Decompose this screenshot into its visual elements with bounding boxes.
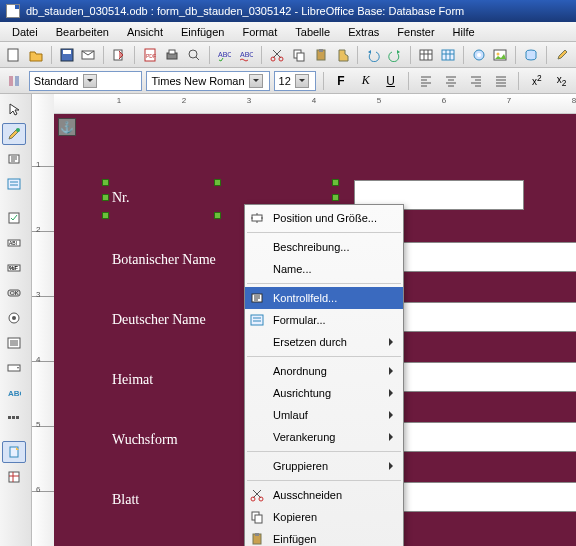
wizards-tool[interactable] bbox=[2, 441, 26, 463]
selection-handle[interactable] bbox=[332, 179, 339, 186]
label-heimat[interactable]: Heimat bbox=[112, 372, 153, 388]
menu-hilfe[interactable]: Hilfe bbox=[445, 24, 483, 40]
ctx-umlauf[interactable]: Umlauf bbox=[245, 404, 403, 426]
toolbar-sep bbox=[323, 72, 324, 90]
selection-handle[interactable] bbox=[214, 212, 221, 219]
save-button[interactable] bbox=[57, 44, 77, 66]
standard-toolbar: PDF ABC ABC bbox=[0, 42, 576, 68]
italic-button[interactable]: K bbox=[355, 70, 376, 92]
menu-format[interactable]: Format bbox=[234, 24, 285, 40]
align-left-button[interactable] bbox=[416, 70, 437, 92]
redo-button[interactable] bbox=[385, 44, 405, 66]
label-deutscher[interactable]: Deutscher Name bbox=[112, 312, 206, 328]
font-combo[interactable]: Times New Roman bbox=[146, 71, 269, 91]
ctx-ausrichtung[interactable]: Ausrichtung bbox=[245, 382, 403, 404]
menu-ansicht[interactable]: Ansicht bbox=[119, 24, 171, 40]
dropdown-icon[interactable] bbox=[249, 74, 263, 88]
align-justify-button[interactable] bbox=[491, 70, 512, 92]
paste-button[interactable] bbox=[311, 44, 331, 66]
ctx-gruppieren[interactable]: Gruppieren bbox=[245, 455, 403, 477]
copy-button[interactable] bbox=[289, 44, 309, 66]
optionbutton-tool[interactable] bbox=[2, 307, 26, 329]
spellcheck-button[interactable]: ABC bbox=[214, 44, 234, 66]
label-nr[interactable]: Nr. bbox=[112, 190, 130, 206]
ctx-formular[interactable]: Formular... bbox=[245, 309, 403, 331]
control-properties-tool[interactable] bbox=[2, 148, 26, 170]
label-wuchsform[interactable]: Wuchsform bbox=[112, 432, 178, 448]
align-right-button[interactable] bbox=[466, 70, 487, 92]
styles-button[interactable] bbox=[4, 70, 25, 92]
more-controls-tool[interactable] bbox=[2, 407, 26, 429]
ctx-ausschneiden[interactable]: Ausschneiden bbox=[245, 484, 403, 506]
selection-handle[interactable] bbox=[102, 179, 109, 186]
datasource-button[interactable] bbox=[521, 44, 541, 66]
ctx-kontrollfeld[interactable]: Kontrollfeld... bbox=[245, 287, 403, 309]
menu-datei[interactable]: Datei bbox=[4, 24, 46, 40]
label-tool[interactable]: ABC bbox=[2, 382, 26, 404]
ctx-ersetzen[interactable]: Ersetzen durch bbox=[245, 331, 403, 353]
align-center-button[interactable] bbox=[441, 70, 462, 92]
form-properties-tool[interactable] bbox=[2, 173, 26, 195]
selection-handle[interactable] bbox=[214, 179, 221, 186]
selection-handle[interactable] bbox=[332, 194, 339, 201]
autospell-button[interactable]: ABC bbox=[236, 44, 256, 66]
size-combo[interactable]: 12 bbox=[274, 71, 316, 91]
formatted-tool[interactable]: %F bbox=[2, 257, 26, 279]
superscript-button[interactable]: x2 bbox=[526, 70, 547, 92]
open-button[interactable] bbox=[26, 44, 46, 66]
label-blatt[interactable]: Blatt bbox=[112, 492, 139, 508]
input-blatt[interactable] bbox=[402, 482, 576, 512]
blank-icon bbox=[247, 362, 267, 380]
email-button[interactable] bbox=[78, 44, 98, 66]
subscript-button[interactable]: x2 bbox=[551, 70, 572, 92]
cut-button[interactable] bbox=[267, 44, 287, 66]
ctx-kopieren[interactable]: Kopieren bbox=[245, 506, 403, 528]
combobox-tool[interactable] bbox=[2, 357, 26, 379]
ctx-anordnung[interactable]: Anordnung bbox=[245, 360, 403, 382]
design-mode-tool[interactable] bbox=[2, 123, 26, 145]
form-canvas[interactable]: ⚓ Nr. Botanischer Name Deutscher Name He… bbox=[54, 114, 576, 546]
pushbutton-tool[interactable]: OK bbox=[2, 282, 26, 304]
bold-button[interactable]: F bbox=[331, 70, 352, 92]
listbox-tool[interactable] bbox=[2, 332, 26, 354]
ctx-einfuegen[interactable]: Einfügen bbox=[245, 528, 403, 546]
preview-button[interactable] bbox=[184, 44, 204, 66]
edit-mode-button[interactable] bbox=[552, 44, 572, 66]
menu-tabelle[interactable]: Tabelle bbox=[287, 24, 338, 40]
select-tool[interactable] bbox=[2, 98, 26, 120]
selection-handle[interactable] bbox=[102, 194, 109, 201]
input-botanischer[interactable] bbox=[402, 242, 576, 272]
table-button[interactable] bbox=[416, 44, 436, 66]
show-grid-button[interactable] bbox=[438, 44, 458, 66]
ctx-verankerung[interactable]: Verankerung bbox=[245, 426, 403, 448]
pdf-button[interactable]: PDF bbox=[140, 44, 160, 66]
new-button[interactable] bbox=[4, 44, 24, 66]
menu-einfuegen[interactable]: Einfügen bbox=[173, 24, 232, 40]
underline-button[interactable]: U bbox=[380, 70, 401, 92]
ctx-position[interactable]: Position und Größe... bbox=[245, 207, 403, 229]
svg-rect-0 bbox=[8, 49, 18, 61]
edit-button[interactable] bbox=[109, 44, 129, 66]
ctx-beschreibung[interactable]: Beschreibung... bbox=[245, 236, 403, 258]
label-botanischer[interactable]: Botanischer Name bbox=[112, 252, 216, 268]
menu-bearbeiten[interactable]: Bearbeiten bbox=[48, 24, 117, 40]
dropdown-icon[interactable] bbox=[295, 74, 309, 88]
menu-fenster[interactable]: Fenster bbox=[389, 24, 442, 40]
selection-handle[interactable] bbox=[102, 212, 109, 219]
input-deutscher[interactable] bbox=[402, 302, 576, 332]
format-paint-button[interactable] bbox=[333, 44, 353, 66]
gallery-button[interactable] bbox=[490, 44, 510, 66]
form-design-tool[interactable] bbox=[2, 466, 26, 488]
dropdown-icon[interactable] bbox=[83, 74, 97, 88]
print-button[interactable] bbox=[162, 44, 182, 66]
checkbox-tool[interactable] bbox=[2, 207, 26, 229]
input-heimat[interactable] bbox=[402, 362, 576, 392]
style-combo[interactable]: Standard bbox=[29, 71, 143, 91]
toolbar-sep bbox=[546, 46, 547, 64]
input-wuchsform[interactable] bbox=[402, 422, 576, 452]
textbox-tool[interactable]: ABI bbox=[2, 232, 26, 254]
menu-extras[interactable]: Extras bbox=[340, 24, 387, 40]
ctx-name[interactable]: Name... bbox=[245, 258, 403, 280]
undo-button[interactable] bbox=[363, 44, 383, 66]
navigator-button[interactable] bbox=[469, 44, 489, 66]
